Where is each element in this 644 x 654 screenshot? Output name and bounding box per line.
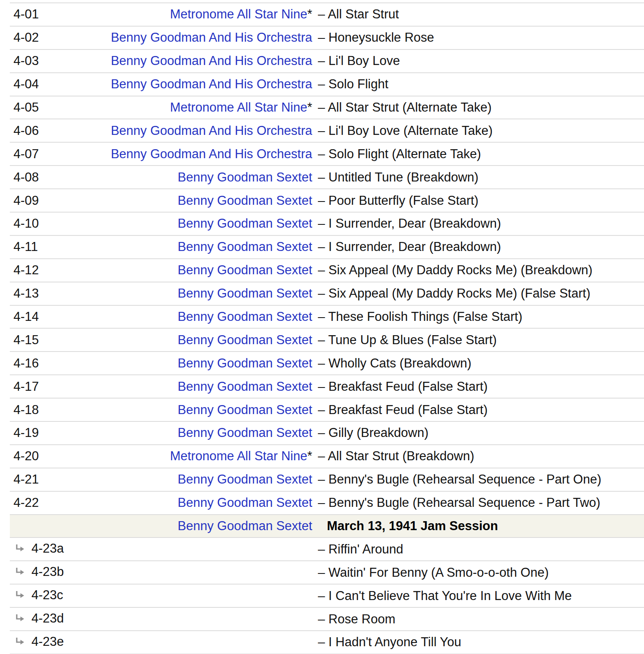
track-artist-cell [71, 538, 315, 561]
artist-link[interactable]: Metronome All Star Nine [170, 449, 307, 463]
artist-title-dash: – [318, 589, 329, 603]
subtrack-row: 4-23e– I Hadn't Anyone Till You [10, 631, 644, 654]
track-row: 4-07Benny Goodman And His Orchestra– Sol… [10, 142, 644, 166]
subtrack-row: 4-23a– Riffin' Around [10, 538, 644, 561]
track-position-cell: 4-04 [10, 73, 71, 96]
track-position-cell: 4-14 [10, 305, 71, 329]
subtrack-row: 4-23c– I Can't Believe That You're In Lo… [10, 584, 644, 607]
track-title: Li'l Boy Love (Alternate Take) [329, 123, 493, 138]
track-position: 4-08 [13, 170, 39, 184]
track-title-cell: – All Star Strut (Alternate Take) [315, 96, 644, 119]
artist-title-dash: – [318, 123, 329, 138]
artist-link[interactable]: Benny Goodman Sextet [178, 286, 312, 300]
track-artist-cell: Benny Goodman Sextet [71, 468, 315, 491]
artist-link[interactable]: Benny Goodman Sextet [178, 356, 312, 370]
track-title: Six Appeal (My Daddy Rocks Me) (Breakdow… [329, 263, 593, 277]
track-position: 4-20 [13, 449, 39, 463]
track-artist-cell: Benny Goodman Sextet [71, 375, 315, 398]
artist-link[interactable]: Benny Goodman Sextet [178, 426, 312, 440]
artist-title-dash: – [318, 100, 328, 114]
artist-title-dash: – [318, 193, 329, 208]
subtrack-arrow-icon [14, 612, 25, 627]
artist-link[interactable]: Benny Goodman And His Orchestra [111, 77, 312, 91]
track-title-cell: – Benny's Bugle (Rehearsal Sequence - Pa… [315, 491, 644, 515]
artist-link[interactable]: Benny Goodman Sextet [178, 240, 312, 254]
track-title: Honeysuckle Rose [329, 30, 434, 45]
artist-name-variation-marker: * [307, 7, 312, 21]
artist-link[interactable]: Benny Goodman And His Orchestra [111, 147, 312, 161]
artist-link[interactable]: Benny Goodman Sextet [178, 333, 312, 347]
track-row: 4-14Benny Goodman Sextet– These Foolish … [10, 305, 644, 329]
track-title: Tune Up & Blues (False Start) [328, 333, 496, 347]
track-title: Breakfast Feud (False Start) [329, 379, 487, 394]
artist-title-dash: – [318, 356, 329, 370]
track-artist-cell: Benny Goodman And His Orchestra [71, 49, 315, 73]
track-row: 4-02Benny Goodman And His Orchestra– Hon… [10, 26, 644, 49]
artist-link[interactable]: Benny Goodman And His Orchestra [111, 30, 312, 45]
artist-title-dash: – [318, 309, 328, 324]
artist-link[interactable]: Benny Goodman Sextet [178, 519, 312, 533]
tracklist-table: 4-01Metronome All Star Nine*– All Star S… [10, 2, 644, 654]
artist-title-dash: – [318, 379, 329, 394]
track-title-cell: – Poor Butterfly (False Start) [315, 189, 644, 212]
track-position-cell: 4-06 [10, 119, 71, 142]
track-row: 4-09Benny Goodman Sextet– Poor Butterfly… [10, 189, 644, 212]
track-position: 4-12 [13, 263, 39, 277]
track-row: 4-17Benny Goodman Sextet– Breakfast Feud… [10, 375, 644, 398]
track-artist-cell: Benny Goodman Sextet [71, 352, 315, 375]
track-row: 4-08Benny Goodman Sextet– Untitled Tune … [10, 166, 644, 189]
artist-link[interactable]: Benny Goodman Sextet [178, 170, 312, 184]
track-title-cell: – These Foolish Things (False Start) [315, 305, 644, 329]
track-title-cell: – All Star Strut (Breakdown) [315, 445, 644, 468]
track-title: Wholly Cats (Breakdown) [329, 356, 472, 370]
artist-link[interactable]: Metronome All Star Nine [170, 7, 307, 21]
track-title: All Star Strut (Breakdown) [328, 449, 474, 463]
track-title-cell: – I Hadn't Anyone Till You [315, 631, 644, 654]
artist-link[interactable]: Benny Goodman And His Orchestra [111, 123, 312, 138]
track-title: I Hadn't Anyone Till You [329, 635, 461, 649]
artist-link[interactable]: Benny Goodman Sextet [178, 216, 312, 231]
track-position-cell: 4-23c [10, 584, 71, 607]
track-position: 4-11 [13, 240, 38, 254]
track-row: 4-04Benny Goodman And His Orchestra– Sol… [10, 73, 644, 96]
artist-link[interactable]: Benny Goodman Sextet [178, 379, 312, 394]
track-artist-cell: Metronome All Star Nine* [71, 96, 315, 119]
artist-name-variation-marker: * [307, 100, 312, 114]
track-position-cell: 4-13 [10, 282, 71, 305]
track-row: 4-19Benny Goodman Sextet– Gilly (Breakdo… [10, 421, 644, 445]
track-title-cell: – Li'l Boy Love (Alternate Take) [315, 119, 644, 142]
artist-link[interactable]: Benny Goodman Sextet [178, 193, 312, 208]
track-title-cell: – Wholly Cats (Breakdown) [315, 352, 644, 375]
track-title: Benny's Bugle (Rehearsal Sequence - Part… [329, 495, 600, 510]
track-title: Solo Flight [329, 77, 388, 91]
track-title: Rose Room [329, 612, 396, 626]
track-title-cell: – Benny's Bugle (Rehearsal Sequence - Pa… [315, 468, 644, 491]
track-position-cell: 4-23b [10, 561, 71, 584]
subtrack-row: 4-23d– Rose Room [10, 607, 644, 631]
artist-link[interactable]: Metronome All Star Nine [170, 100, 307, 114]
track-position-cell: 4-20 [10, 445, 71, 468]
track-row: 4-10Benny Goodman Sextet– I Surrender, D… [10, 212, 644, 235]
track-position: 4-21 [13, 472, 39, 486]
track-title-cell: – Li'l Boy Love [315, 49, 644, 73]
track-position: 4-17 [13, 379, 39, 394]
artist-link[interactable]: Benny Goodman Sextet [178, 472, 312, 486]
track-row: 4-12Benny Goodman Sextet– Six Appeal (My… [10, 259, 644, 282]
artist-title-dash: – [318, 216, 329, 231]
track-position: 4-02 [13, 30, 39, 45]
artist-link[interactable]: Benny Goodman Sextet [178, 403, 312, 417]
track-title-cell: – Honeysuckle Rose [315, 26, 644, 49]
track-title: Riffin' Around [329, 542, 403, 556]
track-title-cell: – Solo Flight [315, 73, 644, 96]
artist-link[interactable]: Benny Goodman And His Orchestra [111, 54, 312, 68]
track-position: 4-23a [31, 541, 64, 555]
artist-title-dash: – [318, 565, 329, 580]
artist-link[interactable]: Benny Goodman Sextet [178, 495, 312, 510]
artist-link[interactable]: Benny Goodman Sextet [178, 263, 312, 277]
track-position-cell: 4-11 [10, 235, 71, 259]
artist-title-dash: – [318, 495, 329, 510]
artist-name-variation-marker: * [307, 449, 312, 463]
track-title: These Foolish Things (False Start) [328, 309, 522, 324]
artist-link[interactable]: Benny Goodman Sextet [178, 309, 312, 324]
track-row: 4-21Benny Goodman Sextet– Benny's Bugle … [10, 468, 644, 491]
